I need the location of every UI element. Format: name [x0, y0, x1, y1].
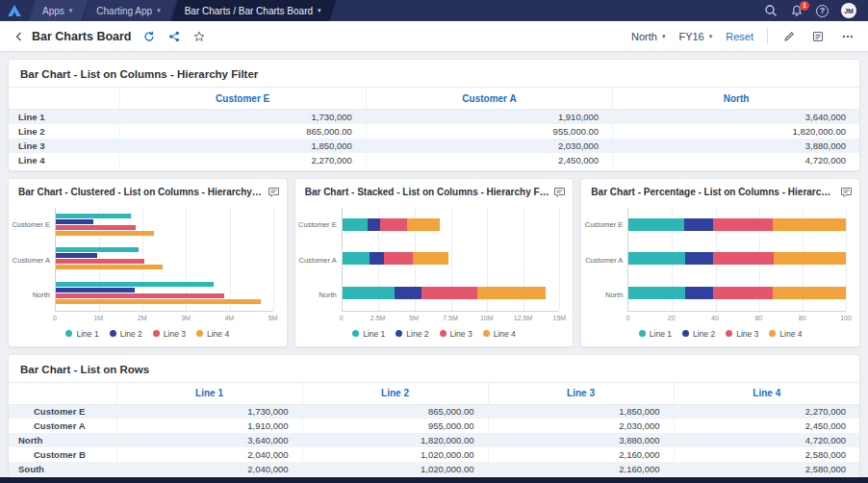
- grid-cell[interactable]: 2,580,000: [674, 447, 859, 462]
- bar-segment: [421, 287, 477, 299]
- column-header[interactable]: North: [613, 88, 859, 110]
- bar-segment: [773, 287, 846, 299]
- nav-tab-bar-charts-board[interactable]: Bar Charts / Bar Charts Board ▾: [171, 0, 337, 21]
- grid-cell[interactable]: 2,450,000: [366, 153, 612, 167]
- corner-cell: [9, 88, 119, 110]
- legend-label: Line 3: [736, 329, 758, 339]
- grid-cell[interactable]: 2,040,000: [116, 462, 302, 476]
- grid-cell[interactable]: 2,160,000: [488, 447, 674, 462]
- back-button[interactable]: [12, 29, 26, 44]
- column-header[interactable]: Line 3: [488, 382, 674, 404]
- plot-area: [55, 208, 273, 312]
- column-header[interactable]: Customer E: [119, 88, 366, 110]
- grid-cell[interactable]: 3,640,000: [613, 110, 859, 124]
- x-tick-label: 5M: [409, 315, 419, 321]
- star-favorite-icon[interactable]: [191, 29, 207, 44]
- grid-cell[interactable]: 2,270,000: [119, 153, 366, 167]
- grid-cell[interactable]: 1,820,000.00: [613, 124, 859, 139]
- help-icon[interactable]: ?: [816, 5, 829, 17]
- grid-cell[interactable]: 1,850,000: [488, 404, 674, 419]
- plot-area: [342, 208, 560, 312]
- row-label[interactable]: Line 3: [9, 139, 119, 153]
- row-label[interactable]: Line 1: [9, 110, 119, 124]
- grid-cell[interactable]: 1,820,000.00: [302, 433, 488, 447]
- x-axis-labels: 020406080100: [627, 315, 846, 324]
- refresh-icon[interactable]: [141, 29, 157, 44]
- column-header[interactable]: Line 4: [674, 382, 859, 404]
- more-options-icon[interactable]: [839, 29, 856, 44]
- legend-item: Line 3: [153, 329, 186, 339]
- grid-cell[interactable]: 2,040,000: [116, 447, 302, 462]
- legend-dot: [440, 330, 447, 337]
- page-selector-north[interactable]: North ▾: [631, 31, 665, 42]
- row-label[interactable]: Line 2: [9, 124, 119, 139]
- grid-cell[interactable]: 2,450,000: [674, 419, 859, 433]
- grid-cell[interactable]: 865,000.00: [302, 404, 488, 419]
- grid-cell[interactable]: 2,270,000: [674, 404, 859, 419]
- grid-cell[interactable]: 4,720,000: [674, 433, 859, 447]
- grid-cell[interactable]: 4,720,000: [613, 153, 859, 167]
- category-label: Customer E: [585, 220, 624, 229]
- grid-cell[interactable]: 2,580,000: [674, 462, 859, 476]
- column-header[interactable]: Customer A: [366, 88, 612, 110]
- bar-segment: [628, 218, 684, 231]
- grid-cell[interactable]: 1,730,000: [116, 404, 302, 419]
- card-title: Bar Chart - List on Columns - Hierarchy …: [9, 60, 859, 87]
- grid-cell[interactable]: 2,030,000: [366, 139, 612, 153]
- grid-cell[interactable]: 1,910,000: [366, 110, 612, 124]
- avatar[interactable]: JM: [841, 3, 856, 18]
- category-row: [56, 276, 273, 311]
- grid-cell[interactable]: 1,910,000: [116, 419, 302, 433]
- column-header[interactable]: Line 1: [116, 382, 302, 404]
- row-label[interactable]: Customer A: [9, 419, 116, 433]
- chart-card-clustered: Bar Chart - Clustered - List on Columns …: [8, 178, 288, 347]
- bottom-strip: [0, 477, 868, 483]
- legend-item: Line 1: [65, 329, 98, 339]
- grid-cell[interactable]: 3,880,000: [488, 433, 674, 447]
- card-list-on-columns: Bar Chart - List on Columns - Hierarchy …: [8, 59, 860, 171]
- legend-label: Line 2: [120, 329, 142, 339]
- comment-icon[interactable]: [553, 185, 566, 202]
- grid-line: [273, 208, 274, 311]
- bar-segment: [684, 218, 712, 231]
- reset-button[interactable]: Reset: [726, 31, 753, 42]
- grid-cell[interactable]: 1,850,000: [119, 139, 366, 153]
- nav-tab-apps[interactable]: Apps ▾: [29, 0, 88, 21]
- x-tick-label: 15M: [553, 315, 567, 321]
- nav-tab-charting-app[interactable]: Charting App ▾: [83, 0, 175, 21]
- bar: [56, 282, 214, 287]
- bar: [56, 265, 163, 269]
- row-label[interactable]: Customer B: [9, 447, 116, 462]
- row-label[interactable]: South: [9, 462, 116, 476]
- grid-cell[interactable]: 1,020,000.00: [302, 447, 488, 462]
- grid-cell[interactable]: 955,000.00: [366, 124, 612, 139]
- x-tick-label: 100: [840, 315, 852, 321]
- grid-cell[interactable]: 3,640,000: [116, 433, 302, 447]
- notifications-bell-icon[interactable]: 1: [790, 5, 804, 17]
- x-tick-label: 7.5M: [443, 315, 458, 321]
- anaplan-logo[interactable]: [0, 0, 29, 21]
- comment-icon[interactable]: [840, 185, 853, 202]
- table-row: South2,040,0001,020,000.002,160,0002,580…: [9, 462, 859, 476]
- row-label[interactable]: North: [9, 433, 116, 447]
- column-header[interactable]: Line 2: [302, 382, 488, 404]
- legend-item: Line 2: [682, 329, 715, 339]
- anaplan-logo-icon: [8, 5, 21, 16]
- comment-icon[interactable]: [268, 185, 280, 202]
- row-label[interactable]: Customer E: [9, 404, 116, 419]
- search-icon[interactable]: [764, 4, 778, 17]
- edit-pencil-icon[interactable]: [781, 29, 797, 44]
- grid-cell[interactable]: 2,160,000: [488, 462, 674, 476]
- notes-icon[interactable]: [810, 29, 826, 44]
- grid-line: [559, 208, 560, 311]
- grid-cell[interactable]: 865,000.00: [119, 124, 366, 139]
- x-tick-label: 10M: [480, 315, 494, 321]
- time-selector-fy16[interactable]: FY16 ▾: [678, 31, 712, 42]
- share-icon[interactable]: [166, 29, 182, 44]
- grid-cell[interactable]: 1,020,000.00: [302, 462, 488, 476]
- row-label[interactable]: Line 4: [9, 153, 119, 167]
- grid-cell[interactable]: 2,030,000: [488, 419, 674, 433]
- grid-cell[interactable]: 3,880,000: [613, 139, 859, 153]
- grid-cell[interactable]: 955,000.00: [302, 419, 488, 433]
- grid-cell[interactable]: 1,730,000: [119, 110, 366, 124]
